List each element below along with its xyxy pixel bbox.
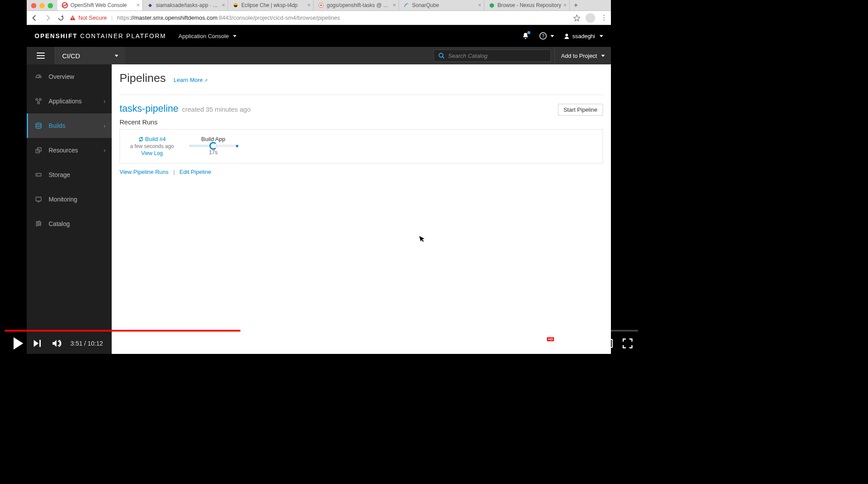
pipeline-action-links: View Pipeline Runs | Edit Pipeline <box>120 169 603 175</box>
sidebar-toggle-button[interactable] <box>27 47 55 64</box>
sync-icon <box>138 137 144 142</box>
volume-button[interactable] <box>47 334 66 353</box>
project-bar: CI/CD Search Catalog Add to Project <box>27 47 611 64</box>
openshift-header: OPENSHIFT CONTAINER PLATFORM Application… <box>27 25 611 47</box>
close-tab-icon[interactable]: × <box>307 2 311 8</box>
svg-rect-24 <box>36 173 41 176</box>
start-pipeline-button[interactable]: Start Pipeline <box>558 104 603 116</box>
browser-tab[interactable]: Browse - Nexus Repository × <box>484 0 570 11</box>
view-pipeline-runs-link[interactable]: View Pipeline Runs <box>120 169 169 175</box>
minimize-window-button[interactable] <box>39 3 45 8</box>
sidebar-item-catalog[interactable]: Catalog <box>27 212 112 236</box>
profile-avatar-icon[interactable] <box>586 13 595 23</box>
close-tab-icon[interactable]: × <box>392 2 396 8</box>
workspace-body: Overview Applications Builds Resources <box>27 64 611 354</box>
project-selector-dropdown[interactable]: CI/CD <box>55 47 125 64</box>
bookmark-star-icon[interactable] <box>573 14 580 21</box>
sidebar-item-storage[interactable]: Storage <box>27 163 112 187</box>
svg-rect-39 <box>582 340 593 347</box>
user-menu-dropdown[interactable]: ssadeghi <box>564 33 603 39</box>
svg-line-34 <box>549 346 550 346</box>
help-icon[interactable]: ? <box>539 32 554 40</box>
sidebar-nav: Overview Applications Builds Resources <box>27 64 112 354</box>
browser-url-bar: Not Secure | https://master.smx.openshif… <box>27 11 611 25</box>
close-tab-icon[interactable]: × <box>563 2 567 8</box>
fullscreen-icon[interactable] <box>621 336 635 350</box>
address-bar[interactable]: Not Secure | https://master.smx.openshif… <box>70 11 569 25</box>
forward-button[interactable] <box>43 14 52 22</box>
learn-more-link[interactable]: Learn More <box>174 77 208 83</box>
video-player-controls: 3:51 / 10:12 HD <box>5 333 638 354</box>
back-button[interactable] <box>30 14 39 22</box>
mouse-cursor-icon <box>419 235 426 243</box>
close-window-button[interactable] <box>31 3 36 8</box>
browser-menu-icon[interactable]: ⋮ <box>600 14 607 22</box>
theater-mode-icon[interactable] <box>580 336 594 350</box>
svg-rect-10 <box>37 53 45 53</box>
svg-line-33 <box>544 340 545 341</box>
svg-rect-38 <box>567 343 571 346</box>
new-tab-button[interactable]: + <box>570 0 582 11</box>
svg-point-9 <box>565 34 568 36</box>
reload-button[interactable] <box>56 14 65 22</box>
svg-rect-26 <box>36 197 41 201</box>
browser-tab[interactable]: OpenShift Web Console × <box>57 0 143 11</box>
user-icon <box>564 33 570 39</box>
browser-tab[interactable]: ◆ siamaksade/tasks-app · Qua × <box>143 0 228 11</box>
pipeline-name-link[interactable]: tasks-pipeline <box>120 103 179 114</box>
svg-point-25 <box>37 174 38 175</box>
sidebar-item-applications[interactable]: Applications <box>27 89 112 113</box>
tab-title: OpenShift Web Console <box>71 2 134 8</box>
monitoring-icon <box>35 195 42 203</box>
video-time-display: 3:51 / 10:12 <box>71 340 103 347</box>
sidebar-item-monitoring[interactable]: Monitoring <box>27 187 112 212</box>
run-meta: Build #4 a few seconds ago View Log <box>128 136 176 156</box>
svg-point-18 <box>38 102 39 104</box>
edit-pipeline-link[interactable]: Edit Pipeline <box>180 169 211 175</box>
play-button[interactable] <box>8 334 28 353</box>
settings-gear-icon[interactable]: HD <box>540 336 554 350</box>
sidebar-item-builds[interactable]: Builds <box>27 113 112 138</box>
browser-tab[interactable]: SonarQube × <box>399 0 484 11</box>
svg-line-20 <box>39 100 40 102</box>
svg-rect-12 <box>37 58 45 59</box>
svg-point-13 <box>439 53 443 57</box>
build-link[interactable]: Build #4 <box>138 136 166 142</box>
sidebar-item-overview[interactable]: Overview <box>27 64 112 89</box>
nexus-favicon-icon <box>489 2 495 8</box>
tab-title: SonarQube <box>412 2 476 8</box>
maximize-window-button[interactable] <box>48 3 53 8</box>
miniplayer-icon[interactable] <box>560 336 574 350</box>
add-to-project-button[interactable]: Add to Project <box>554 47 611 64</box>
url-text: https://master.smx.openshiftdemos.com:84… <box>117 14 340 21</box>
not-secure-warning: Not Secure <box>70 14 107 21</box>
close-tab-icon[interactable]: × <box>478 2 481 8</box>
username-label: ssadeghi <box>572 33 595 39</box>
main-content: Pipelines Learn More tasks-pipeline crea… <box>112 64 611 354</box>
tab-title: gogs/openshift-tasks @ eap <box>327 2 391 8</box>
close-tab-icon[interactable]: × <box>222 2 225 8</box>
application-console-dropdown[interactable]: Application Console <box>179 33 237 39</box>
stage-progress-track <box>189 145 237 147</box>
search-catalog-input[interactable]: Search Catalog <box>434 49 551 62</box>
sidebar-item-resources[interactable]: Resources <box>27 138 112 163</box>
svg-rect-6 <box>72 19 73 19</box>
svg-point-21 <box>36 123 41 125</box>
close-tab-icon[interactable]: × <box>136 2 140 8</box>
dashboard-icon <box>35 73 42 81</box>
next-video-button[interactable] <box>28 334 47 353</box>
tab-title: Browse - Nexus Repository <box>498 2 561 8</box>
svg-line-35 <box>544 346 545 346</box>
sidebar-item-label: Resources <box>49 147 78 154</box>
video-progress-bar[interactable] <box>5 330 638 332</box>
sonarqube-favicon-icon <box>403 2 409 8</box>
svg-line-14 <box>443 57 445 59</box>
hd-badge: HD <box>547 337 554 341</box>
svg-rect-11 <box>37 55 45 56</box>
cast-icon[interactable] <box>600 336 614 350</box>
view-log-link[interactable]: View Log <box>141 150 162 156</box>
notifications-bell-icon[interactable] <box>522 32 529 40</box>
browser-tab[interactable]: Eclipse Che | wksp-t4dp × <box>228 0 314 11</box>
browser-tab[interactable]: gogs/openshift-tasks @ eap × <box>314 0 399 11</box>
svg-point-40 <box>603 346 604 347</box>
